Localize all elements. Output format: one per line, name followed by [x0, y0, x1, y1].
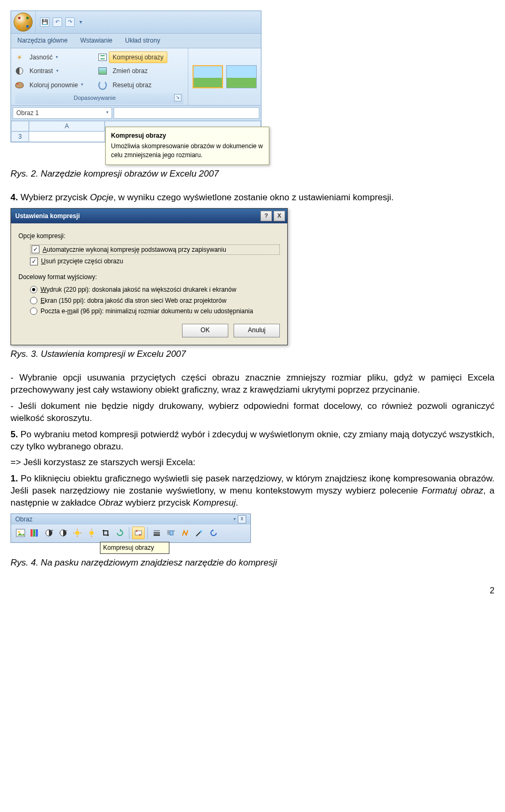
- ribbon-body: ☀Jasność▾ Kontrast▾ Koloruj ponownie▾ Ko…: [11, 48, 261, 105]
- figure-caption: Rys. 4. Na pasku narzędziowym znajdziesz…: [11, 557, 494, 569]
- radio-label: Poczta e-mail (96 ppi): minimalizuj rozm…: [41, 307, 253, 315]
- radio-screen[interactable]: Ekran (150 ppi): dobra jakość dla stron …: [30, 296, 280, 305]
- change-picture-icon: [98, 67, 107, 75]
- picture-styles-group: [188, 48, 261, 105]
- radio-icon: [30, 307, 37, 315]
- ribbon-top-row: ■■■■ 💾 ↶ ↷ ▾: [11, 11, 261, 34]
- excel-ribbon-screenshot: ■■■■ 💾 ↶ ↷ ▾ Narzędzia główne Wstawianie…: [11, 11, 261, 142]
- insert-picture-icon[interactable]: [14, 527, 27, 539]
- style-thumbnail[interactable]: [193, 65, 223, 88]
- toolbar-close-button[interactable]: x: [238, 515, 246, 523]
- checkbox-label: Usuń przycięte części obrazu: [41, 257, 123, 265]
- ok-button[interactable]: OK: [182, 324, 228, 337]
- radio-label: Ekran (150 ppi): dobra jakość dla stron …: [41, 296, 226, 305]
- radio-print[interactable]: Wydruk (220 ppi): doskonała jakość na wi…: [30, 285, 280, 294]
- paragraph-bullet1: - Wybranie opcji usuwania przyciętych cz…: [11, 372, 494, 396]
- tab-page-layout[interactable]: Układ strony: [119, 34, 167, 48]
- formula-bar[interactable]: [114, 107, 259, 119]
- checkbox-icon: ✓: [32, 245, 39, 253]
- recolor-button[interactable]: Koloruj ponownie▾: [26, 79, 87, 91]
- reset-picture-icon[interactable]: [207, 527, 220, 539]
- format-picture-icon[interactable]: [179, 527, 191, 539]
- tooltip-compress: Kompresuj obrazy Umożliwia skompresowani…: [105, 127, 269, 165]
- adjust-group: ☀Jasność▾ Kontrast▾ Koloruj ponownie▾ Ko…: [11, 48, 188, 105]
- style-thumbnail[interactable]: [226, 65, 257, 88]
- name-box[interactable]: Obraz 1▾: [13, 107, 112, 119]
- less-contrast-icon[interactable]: −: [57, 527, 69, 539]
- cancel-button[interactable]: Anuluj: [234, 324, 280, 337]
- recolor-icon: [15, 81, 24, 89]
- svg-rect-21: [170, 531, 173, 535]
- paragraph-older-heading: => Jeśli korzystasz ze starszych wersji …: [11, 457, 494, 469]
- paragraph-step5: 5. Po wybraniu metod kompresji potwierdź…: [11, 429, 494, 453]
- qat-save-icon[interactable]: 💾: [40, 17, 49, 27]
- separator: [129, 527, 129, 539]
- group-label: Dopasowywanie↘: [15, 93, 184, 104]
- radio-email[interactable]: Poczta e-mail (96 ppi): minimalizuj rozm…: [30, 307, 280, 315]
- brightness-icon: ☀: [15, 53, 24, 61]
- more-contrast-icon[interactable]: +: [43, 527, 55, 539]
- compress-pictures-icon[interactable]: [132, 527, 145, 539]
- ribbon-tabs: Narzędzia główne Wstawianie Układ strony: [11, 34, 261, 48]
- tab-insert[interactable]: Wstawianie: [74, 34, 118, 48]
- less-brightness-icon[interactable]: [85, 527, 98, 539]
- select-all-corner[interactable]: [11, 121, 29, 131]
- toolbar-options-dropdown[interactable]: ▾: [234, 517, 236, 522]
- line-style-icon[interactable]: [150, 527, 163, 539]
- paragraph-step4: 4. Wybierz przycisk Opcje, w wyniku czeg…: [11, 192, 494, 204]
- contrast-button[interactable]: Kontrast▾: [26, 65, 62, 77]
- color-icon[interactable]: [28, 527, 41, 539]
- quick-access-toolbar: 💾 ↶ ↷ ▾: [35, 11, 87, 33]
- set-transparent-icon[interactable]: [193, 527, 206, 539]
- dialog-title: Ustawienia kompresji: [15, 212, 80, 220]
- checkbox-delete-cropped[interactable]: ✓ Usuń przycięte części obrazu: [30, 257, 280, 265]
- paragraph-older-step1: 1. Po kliknięciu obiektu graficznego wyś…: [11, 473, 494, 509]
- qat-undo-icon[interactable]: ↶: [53, 17, 62, 27]
- dialog-titlebar: Ustawienia kompresji ? X: [11, 209, 287, 223]
- svg-point-1: [18, 531, 20, 533]
- paragraph-bullet2: - Jeśli dokument nie będzie nigdy drukow…: [11, 400, 494, 425]
- column-header-a[interactable]: A: [29, 121, 105, 131]
- text-wrapping-icon[interactable]: [165, 527, 177, 539]
- svg-point-14: [89, 531, 94, 535]
- chevron-down-icon: ▾: [56, 55, 58, 60]
- figure-caption: Rys. 2. Narzędzie kompresji obrazów w Ex…: [11, 168, 494, 180]
- radio-label: Wydruk (220 ppi): doskonała jakość na wi…: [41, 285, 236, 294]
- svg-rect-3: [33, 529, 35, 537]
- dialog-close-button[interactable]: X: [274, 211, 285, 221]
- section-label: Opcje kompresji:: [18, 232, 280, 240]
- svg-point-9: [75, 531, 79, 535]
- dialog-help-button[interactable]: ?: [260, 211, 272, 221]
- compress-pictures-icon: [98, 53, 107, 61]
- svg-text:+: +: [51, 529, 53, 532]
- brightness-button[interactable]: Jasność▾: [26, 52, 62, 63]
- picture-toolbar-screenshot: Obraz ▾ x + − Kompresuj obrazy: [11, 513, 251, 553]
- reset-picture-button[interactable]: Resetuj obraz: [109, 79, 155, 91]
- more-brightness-icon[interactable]: [71, 527, 84, 539]
- compress-pictures-button[interactable]: Kompresuj obrazy: [109, 52, 167, 63]
- checkbox-auto-compress[interactable]: ✓ Automatycznie wykonaj kompresję podsta…: [30, 244, 280, 255]
- qat-redo-icon[interactable]: ↷: [65, 17, 75, 27]
- change-picture-button[interactable]: Zmień obraz: [109, 65, 152, 77]
- reset-picture-icon: [98, 81, 107, 89]
- svg-rect-2: [31, 529, 33, 537]
- cell[interactable]: [29, 131, 105, 142]
- tooltip-title: Kompresuj obrazy: [111, 131, 264, 140]
- crop-icon[interactable]: [99, 527, 112, 539]
- page-number: 2: [11, 585, 494, 597]
- qat-dropdown-icon[interactable]: ▾: [78, 18, 83, 26]
- rotate-icon[interactable]: [114, 527, 126, 539]
- radio-icon: [30, 297, 37, 304]
- tooltip-body: Umożliwia skompresowanie obrazów w dokum…: [111, 142, 264, 159]
- radio-icon: [30, 286, 37, 293]
- checkbox-label: Automatycznie wykonaj kompresję podstawo…: [43, 245, 226, 254]
- figure-caption: Rys. 3. Ustawienia kompresji w Excelu 20…: [11, 348, 494, 361]
- group-launcher-icon[interactable]: ↘: [174, 94, 181, 101]
- office-button[interactable]: ■■■■: [11, 11, 35, 33]
- section-label: Docelowy format wyjściowy:: [18, 273, 280, 281]
- row-header-3[interactable]: 3: [11, 131, 29, 142]
- svg-point-26: [200, 530, 202, 532]
- tab-home[interactable]: Narzędzia główne: [11, 34, 74, 48]
- separator: [147, 527, 148, 539]
- chevron-down-icon: ▾: [56, 68, 58, 74]
